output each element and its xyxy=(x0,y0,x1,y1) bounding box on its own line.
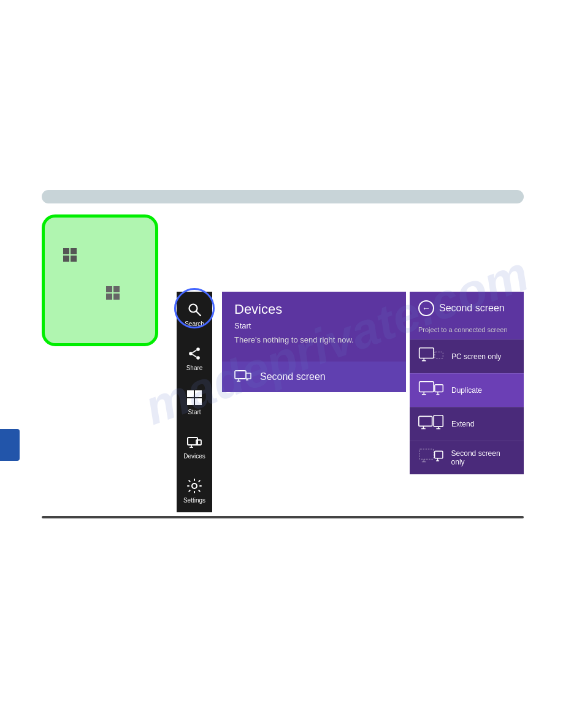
svg-rect-27 xyxy=(419,416,432,426)
devices-panel: Devices Start There's nothing to send ri… xyxy=(222,292,406,392)
charm-share-label: Share xyxy=(186,365,203,371)
svg-rect-21 xyxy=(419,382,434,392)
duplicate-icon xyxy=(418,380,444,401)
charm-devices-label: Devices xyxy=(183,453,205,460)
svg-line-6 xyxy=(193,354,197,357)
svg-point-3 xyxy=(189,352,193,355)
devices-circle-highlight xyxy=(174,288,215,328)
side-tab[interactable] xyxy=(0,429,20,461)
svg-rect-24 xyxy=(435,385,443,392)
ss-option-duplicate[interactable]: Duplicate xyxy=(410,373,524,407)
charm-start-label: Start xyxy=(188,409,201,415)
svg-rect-11 xyxy=(235,371,246,379)
devices-nothing-label: There's nothing to send right now. xyxy=(234,335,394,354)
svg-point-2 xyxy=(196,347,200,351)
second-screen-header: ← Second screen xyxy=(410,292,524,322)
second-screen-item-icon xyxy=(234,370,251,384)
bottom-bar xyxy=(42,516,524,518)
win-logo-2 xyxy=(106,286,120,300)
svg-rect-14 xyxy=(246,373,251,379)
second-screen-panel: ← Second screen Project to a connected s… xyxy=(410,292,524,474)
svg-rect-30 xyxy=(434,415,443,427)
devices-panel-header: Devices Start There's nothing to send ri… xyxy=(222,292,406,362)
win-logo-1 xyxy=(63,248,77,262)
charm-devices[interactable]: Devices xyxy=(177,424,212,468)
devices-second-screen-label: Second screen xyxy=(260,371,326,382)
svg-rect-20 xyxy=(435,352,443,358)
svg-point-4 xyxy=(196,356,200,360)
svg-rect-33 xyxy=(419,449,434,460)
ss-option-pc-only-label: PC screen only xyxy=(451,352,501,361)
svg-rect-17 xyxy=(419,348,434,358)
pc-only-icon xyxy=(418,346,444,367)
back-arrow-icon[interactable]: ← xyxy=(418,300,434,316)
top-bar xyxy=(42,190,524,203)
charm-start[interactable]: Start xyxy=(177,380,212,424)
share-icon xyxy=(186,345,203,362)
devices-second-screen-item[interactable]: Second screen xyxy=(222,362,406,392)
svg-rect-36 xyxy=(435,451,443,458)
ss-option-second-only[interactable]: Second screen only xyxy=(410,441,524,474)
ss-option-duplicate-label: Duplicate xyxy=(451,386,482,395)
settings-icon xyxy=(186,477,203,495)
screen-thumbnail xyxy=(42,214,158,346)
ss-option-extend[interactable]: Extend xyxy=(410,407,524,441)
devices-start-label: Start xyxy=(234,321,394,330)
svg-line-5 xyxy=(193,350,197,353)
charm-settings[interactable]: Settings xyxy=(177,468,212,512)
second-screen-title: Second screen xyxy=(439,303,505,314)
extend-icon xyxy=(418,414,444,434)
devices-icon xyxy=(186,433,203,450)
second-only-icon xyxy=(418,447,444,468)
second-screen-subtitle: Project to a connected screen xyxy=(410,322,524,339)
charm-settings-label: Settings xyxy=(183,497,205,504)
ss-option-pc-only[interactable]: PC screen only xyxy=(410,339,524,373)
start-icon xyxy=(186,389,203,406)
charm-share[interactable]: Share xyxy=(177,336,212,380)
ss-option-extend-label: Extend xyxy=(451,420,474,428)
devices-panel-title: Devices xyxy=(234,301,394,317)
ss-option-second-only-label: Second screen only xyxy=(451,449,515,466)
